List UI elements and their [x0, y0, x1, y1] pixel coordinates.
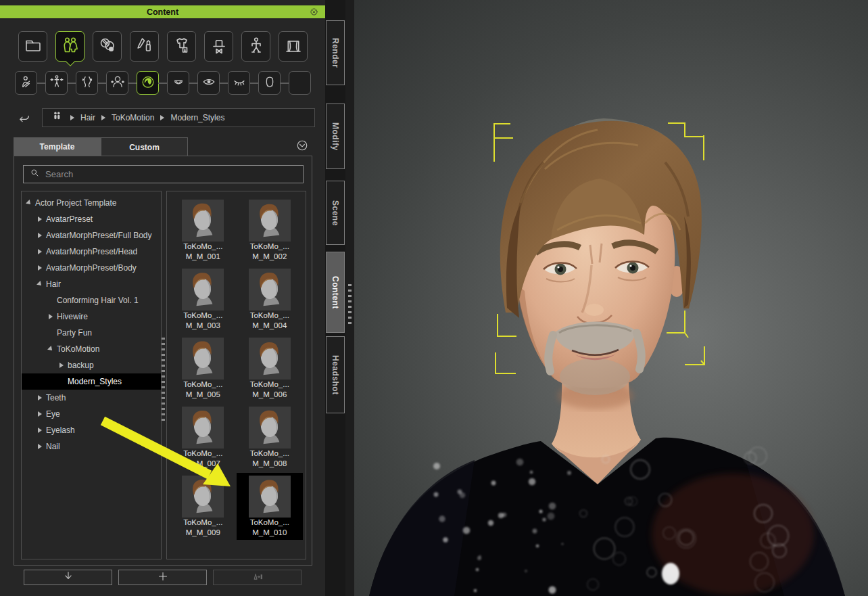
material-icon [97, 35, 118, 59]
download-button[interactable] [24, 570, 112, 585]
tree-item-actor-project-template[interactable]: Actor Project Template [22, 195, 161, 211]
asset-item-m-m-004[interactable]: ToKoMo_... M_M_004 [237, 266, 304, 333]
tree-expand-icon[interactable] [38, 444, 42, 449]
folder-icon [22, 35, 44, 59]
tree-item-eyelash[interactable]: Eyelash [22, 422, 161, 438]
viewport-3d[interactable] [354, 0, 868, 596]
tree-item-modern-styles[interactable]: Modern_Styles [22, 373, 161, 390]
search-box[interactable] [23, 165, 304, 183]
asset-label-line2: M_M_003 [186, 321, 220, 331]
tree-item-eye[interactable]: Eye [22, 406, 161, 422]
asset-item-m-m-010[interactable]: ToKoMo_... M_M_010 [237, 473, 304, 540]
sub-teeth-button[interactable] [167, 71, 189, 95]
tree-item-hivewire[interactable]: Hivewire [22, 308, 161, 325]
category-makeup-button[interactable] [130, 31, 159, 62]
sub-body-scale-button[interactable] [45, 71, 68, 95]
download-icon [61, 569, 76, 587]
add-button[interactable] [118, 570, 207, 585]
asset-item-m-m-005[interactable]: ToKoMo_... M_M_005 [170, 335, 237, 402]
sub-beard-button[interactable] [258, 71, 281, 95]
side-tab-render[interactable]: Render [326, 20, 345, 85]
close-icon[interactable] [308, 6, 320, 18]
panel-titlebar[interactable]: Content [0, 5, 325, 18]
asset-label-line2: M_M_010 [252, 528, 287, 538]
tree-item-nail[interactable]: Nail [22, 438, 161, 455]
category-actor-button[interactable] [55, 31, 85, 62]
tree-expand-icon[interactable] [37, 281, 43, 288]
tree-item-tokomotion[interactable]: ToKoMotion [22, 341, 161, 357]
asset-label-line2: M_M_001 [186, 252, 220, 262]
tab-custom[interactable]: Custom [101, 137, 188, 156]
breadcrumb-item-tokomotion[interactable]: ToKoMotion [112, 113, 154, 122]
category-stage-button[interactable] [279, 31, 308, 62]
makeup-icon [134, 35, 155, 59]
asset-label-line2: M_M_002 [252, 252, 287, 262]
tree-item-teeth[interactable]: Teeth [22, 390, 161, 406]
category-accessory-button[interactable] [204, 31, 233, 62]
asset-item-m-m-003[interactable]: ToKoMo_... M_M_003 [170, 266, 237, 333]
side-tab-content[interactable]: Content [326, 252, 345, 333]
library-tabs: TemplateCustom [14, 137, 188, 156]
sub-empty-button[interactable] [289, 71, 311, 95]
asset-label-line1: ToKoMo_... [183, 449, 222, 459]
sub-avatar-button[interactable] [15, 71, 37, 95]
tab-template[interactable]: Template [14, 137, 101, 156]
tree-expand-icon[interactable] [38, 249, 42, 254]
tree-expand-icon[interactable] [38, 265, 42, 271]
tree-expand-icon[interactable] [26, 200, 32, 206]
side-tab-modify[interactable]: Modify [326, 104, 345, 169]
tree-item-backup[interactable]: backup [22, 357, 161, 373]
asset-label-line2: M_M_008 [252, 459, 287, 469]
asset-item-m-m-008[interactable]: ToKoMo_... M_M_008 [237, 404, 304, 471]
asset-label-line1: ToKoMo_... [250, 242, 289, 252]
asset-label-line2: M_M_006 [252, 390, 287, 400]
sub-body-shape-button[interactable] [76, 71, 98, 95]
sub-eyelash-button[interactable] [228, 71, 250, 95]
tree-expand-icon[interactable] [38, 216, 42, 222]
sub-hair-button[interactable] [137, 71, 159, 95]
tree-expand-icon[interactable] [38, 411, 42, 417]
asset-item-m-m-006[interactable]: ToKoMo_... M_M_006 [237, 335, 304, 402]
tree-expand-icon[interactable] [49, 314, 53, 319]
side-tab-headshot[interactable]: Headshot [326, 336, 345, 413]
tree-expand-icon[interactable] [38, 233, 42, 238]
tree-item-conforming-hair-vol-1[interactable]: Conforming Hair Vol. 1 [22, 292, 161, 308]
tree-expand-icon[interactable] [59, 363, 64, 368]
back-icon[interactable] [15, 110, 32, 128]
side-tab-scene[interactable]: Scene [326, 181, 345, 245]
category-material-button[interactable] [93, 31, 122, 62]
sub-head-morph-button[interactable] [106, 71, 128, 95]
breadcrumb-item-modern-styles[interactable]: Modern_Styles [170, 113, 224, 122]
asset-item-m-m-001[interactable]: ToKoMo_... M_M_001 [170, 197, 237, 264]
tree-item-hair[interactable]: Hair [22, 276, 161, 292]
tree-item-avatarmorphpreset-full-body[interactable]: AvatarMorphPreset/Full Body [22, 227, 161, 244]
asset-label-line1: ToKoMo_... [250, 518, 289, 528]
tree-expand-icon[interactable] [38, 395, 42, 400]
chevron-down-icon[interactable] [294, 137, 310, 154]
asset-item-m-m-007[interactable]: ToKoMo_... M_M_007 [170, 404, 237, 471]
asset-item-m-m-009[interactable]: ToKoMo_... M_M_009 [170, 473, 237, 540]
asset-item-m-m-002[interactable]: ToKoMo_... M_M_002 [237, 197, 304, 264]
category-folder-button[interactable] [18, 31, 47, 62]
panel-drag-handle[interactable] [348, 284, 352, 326]
tree-grid-splitter[interactable] [162, 338, 165, 422]
sub-eye-button[interactable] [197, 71, 220, 95]
body-scale-icon [48, 73, 66, 93]
tree-expand-icon[interactable] [47, 346, 54, 352]
tree-expand-icon[interactable] [38, 428, 42, 433]
hair-icon [139, 73, 157, 93]
category-prop-button[interactable] [241, 31, 270, 62]
tree-item-avatarmorphpreset-body[interactable]: AvatarMorphPreset/Body [22, 260, 161, 276]
prop-icon [245, 35, 267, 59]
search-input[interactable] [45, 169, 298, 179]
category-cloth-button[interactable] [167, 31, 196, 62]
teeth-icon [170, 73, 187, 93]
tree-item-avatarpreset[interactable]: AvatarPreset [22, 211, 161, 227]
tree-item-avatarmorphpreset-head[interactable]: AvatarMorphPreset/Head [22, 244, 161, 260]
breadcrumb[interactable]: Hair ToKoMotion Modern_Styles [42, 108, 315, 127]
asset-label-line1: ToKoMo_... [250, 311, 289, 321]
breadcrumb-item-hair[interactable]: Hair [80, 113, 95, 122]
convert-icon [250, 569, 265, 587]
eye-icon [200, 73, 218, 93]
tree-item-party-fun[interactable]: Party Fun [22, 325, 161, 341]
